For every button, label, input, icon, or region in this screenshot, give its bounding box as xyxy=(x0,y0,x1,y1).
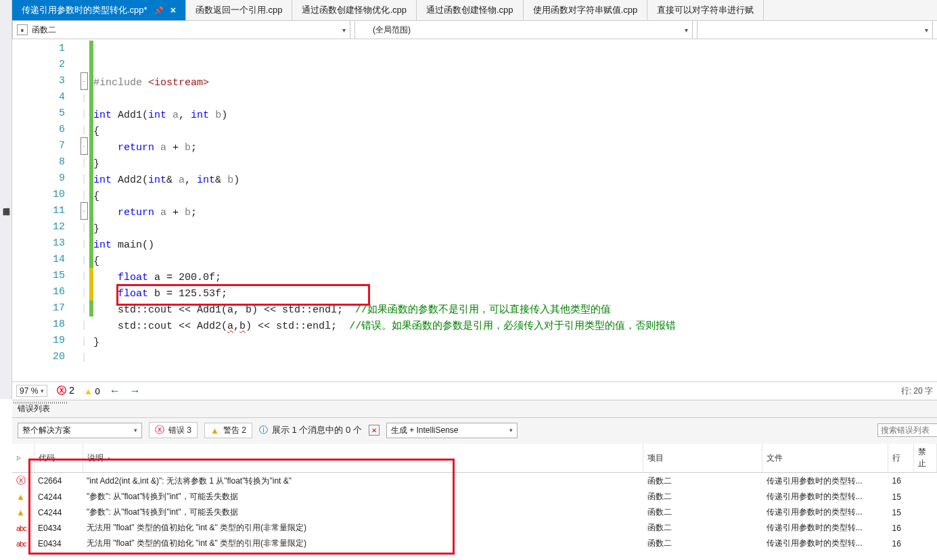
zoom-dropdown[interactable]: 97 % ▾ xyxy=(16,385,47,397)
error-code-cell: C4244 xyxy=(34,505,83,520)
code-line[interactable] xyxy=(93,91,937,108)
document-tab[interactable]: 函数返回一个引用.cpp xyxy=(186,0,293,20)
code-line[interactable]: } xyxy=(93,156,937,172)
error-scope-dropdown[interactable]: 整个解决方案 ▾ xyxy=(18,423,142,438)
code-line[interactable]: } xyxy=(93,335,937,351)
document-tab[interactable]: 直接可以对字符串进行赋 xyxy=(647,0,764,20)
close-icon[interactable]: × xyxy=(170,5,176,15)
nav-scope-global-label: (全局范围) xyxy=(373,24,411,36)
fold-cell: │ xyxy=(78,235,89,252)
error-severity-cell: abc xyxy=(12,520,34,536)
error-file-cell: 传递引用参数时的类型转... xyxy=(762,520,888,536)
fold-toggle-icon[interactable]: - xyxy=(81,137,88,155)
code-line[interactable]: int main() xyxy=(93,237,937,254)
fold-cell[interactable]: - xyxy=(78,138,89,154)
error-search-input[interactable] xyxy=(877,423,937,437)
col-suppress-header[interactable]: 禁止 xyxy=(914,444,937,473)
filter-warnings-button[interactable]: ▲ 警告 2 xyxy=(204,423,252,438)
error-row[interactable]: ⓧC2664"int Add2(int &,int &)": 无法将参数 1 从… xyxy=(12,473,937,490)
error-row[interactable]: ▲C4244"参数": 从"float"转换到"int"，可能丢失数据函数二传递… xyxy=(12,505,937,520)
line-number: 12 xyxy=(26,219,78,235)
side-tool-window-tab[interactable]: 服务器资源管理器 xyxy=(0,0,12,399)
fold-gutter[interactable]: -│││-│││-│││││││││ xyxy=(78,39,89,381)
code-line[interactable]: { xyxy=(93,189,937,205)
fold-toggle-icon[interactable]: - xyxy=(81,202,88,220)
chevron-down-icon: ▾ xyxy=(509,427,513,434)
clear-filter-button[interactable]: ✕ xyxy=(369,425,380,436)
document-tab-label: 传递引用参数时的类型转化.cpp* xyxy=(22,4,147,16)
nav-forward-button[interactable]: → xyxy=(130,385,141,397)
error-row[interactable]: ▲C4244"参数": 从"float"转换到"int"，可能丢失数据函数二传递… xyxy=(12,489,937,505)
info-icon: ⓘ xyxy=(259,424,268,436)
code-editor[interactable]: 1234567891011121314151617181920 -│││-│││… xyxy=(12,39,937,381)
nav-scope-project[interactable]: ∎ 函数二 ▾ xyxy=(12,21,350,39)
error-desc-cell: "int Add2(int &,int &)": 无法将参数 1 从"float… xyxy=(83,473,643,490)
editor-status-bar: 97 % ▾ ⓧ 2 ▲ 0 ← → 行: 20 字 xyxy=(12,381,937,400)
line-number: 9 xyxy=(26,170,78,187)
code-line[interactable] xyxy=(93,351,937,367)
code-line[interactable]: float a = 200.0f; xyxy=(93,270,937,286)
filter-errors-button[interactable]: ⓧ 错误 3 xyxy=(149,422,198,438)
error-suppress-cell xyxy=(914,520,937,536)
document-tab-label: 通过函数创建怪物.cpp xyxy=(426,4,513,16)
panel-grip[interactable] xyxy=(14,402,68,404)
col-file-header[interactable]: 文件 xyxy=(762,444,888,473)
fold-cell: │ xyxy=(78,89,89,106)
fold-cell[interactable]: - xyxy=(78,203,89,219)
project-icon: ∎ xyxy=(17,24,28,35)
nav-back-button[interactable]: ← xyxy=(110,385,120,397)
intellisense-error-icon: abc xyxy=(16,524,26,532)
code-line[interactable]: std::cout << Add1(a, b) << std::endl; //… xyxy=(93,302,937,319)
document-tab-label: 直接可以对字符串进行赋 xyxy=(657,4,754,16)
code-line[interactable]: int Add1(int a, int b) xyxy=(93,108,937,124)
code-line[interactable]: float b = 125.53f; xyxy=(93,286,937,302)
fold-toggle-icon[interactable]: - xyxy=(81,72,88,90)
error-count-icon[interactable]: ⓧ 2 xyxy=(57,385,74,397)
line-number-gutter: 1234567891011121314151617181920 xyxy=(26,39,78,381)
error-list-table[interactable]: ᐅ 代码 说明▲ 项目 文件 行 禁止 ⓧC2664"int Add2(int … xyxy=(12,444,937,560)
chevron-down-icon: ▾ xyxy=(919,26,928,34)
fold-cell: │ xyxy=(78,122,89,138)
col-desc-header[interactable]: 说明▲ xyxy=(83,444,643,473)
line-number: 10 xyxy=(26,187,78,203)
line-number: 11 xyxy=(26,203,78,219)
code-line[interactable]: } xyxy=(93,221,937,237)
error-severity-cell: ▲ xyxy=(12,489,34,505)
error-line-cell: 16 xyxy=(888,536,914,551)
code-line[interactable]: std::cout << Add2(a,b) << std::endl; //错… xyxy=(93,319,937,335)
document-tab[interactable]: 通过函数创建怪物.cpp xyxy=(417,0,524,20)
code-area[interactable]: #include <iostream>int Add1(int a, int b… xyxy=(93,39,937,381)
document-tab[interactable]: 通过函数创建怪物优化.cpp xyxy=(292,0,417,20)
code-line[interactable]: { xyxy=(93,124,937,140)
fold-cell[interactable]: - xyxy=(78,73,89,89)
error-severity-cell: ▲ xyxy=(12,505,34,520)
warning-count-icon[interactable]: ▲ 0 xyxy=(84,386,100,396)
document-tab[interactable]: 传递引用参数时的类型转化.cpp*📌× xyxy=(12,0,186,20)
col-line-header[interactable]: 行 xyxy=(888,444,914,473)
error-table-header-row[interactable]: ᐅ 代码 说明▲ 项目 文件 行 禁止 xyxy=(12,444,937,473)
code-line[interactable]: return a + b; xyxy=(93,140,937,156)
nav-scope-global[interactable]: (全局范围) ▾ xyxy=(355,21,693,39)
error-source-dropdown[interactable]: 生成 + IntelliSense ▾ xyxy=(386,423,518,438)
code-line[interactable]: return a + b; xyxy=(93,205,937,221)
code-line[interactable]: #include <iostream> xyxy=(93,75,937,91)
code-line[interactable] xyxy=(93,367,937,381)
document-tab[interactable]: 使用函数对字符串赋值.cpp xyxy=(524,0,648,20)
col-icon-header[interactable]: ᐅ xyxy=(12,444,34,473)
error-project-cell: 函数二 xyxy=(643,473,762,490)
error-row[interactable]: abcE0434无法用 "float" 类型的值初始化 "int &" 类型的引… xyxy=(12,536,937,551)
code-line[interactable]: int Add2(int& a, int& b) xyxy=(93,172,937,189)
fold-cell: │ xyxy=(78,333,89,349)
line-number: 19 xyxy=(26,333,78,349)
filter-messages-button[interactable]: ⓘ 展示 1 个消息中的 0 个 xyxy=(259,424,362,436)
error-search-box[interactable] xyxy=(877,423,932,437)
error-row[interactable]: abcE0434无法用 "float" 类型的值初始化 "int &" 类型的引… xyxy=(12,520,937,536)
pin-icon[interactable]: 📌 xyxy=(154,6,164,15)
col-project-header[interactable]: 项目 xyxy=(643,444,762,473)
col-code-header[interactable]: 代码 xyxy=(34,444,83,473)
line-number: 13 xyxy=(26,235,78,252)
document-tab-strip: 传递引用参数时的类型转化.cpp*📌×函数返回一个引用.cpp通过函数创建怪物优… xyxy=(12,0,937,21)
error-suppress-cell xyxy=(914,505,937,520)
nav-scope-member[interactable]: ▾ xyxy=(697,21,933,39)
code-line[interactable]: { xyxy=(93,254,937,270)
